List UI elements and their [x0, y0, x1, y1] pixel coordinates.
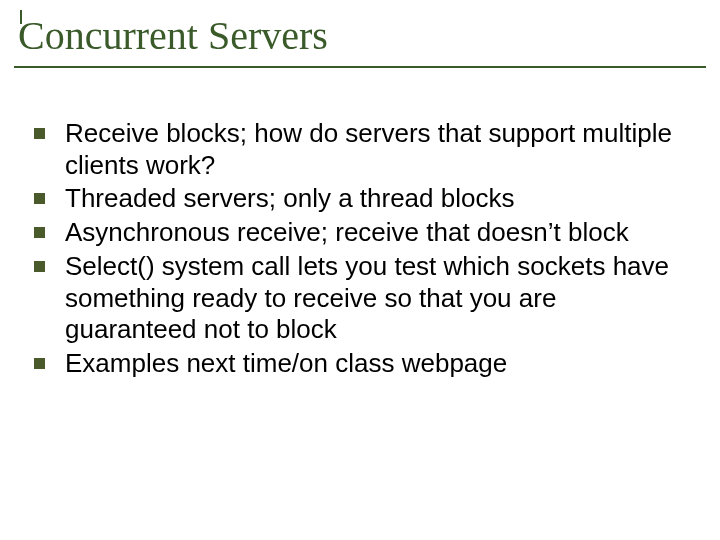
square-bullet-icon — [34, 128, 45, 139]
list-item-text: Receive blocks; how do servers that supp… — [65, 118, 690, 181]
list-item: Threaded servers; only a thread blocks — [34, 183, 690, 215]
square-bullet-icon — [34, 358, 45, 369]
list-item: Asynchronous receive; receive that doesn… — [34, 217, 690, 249]
list-item-text: Threaded servers; only a thread blocks — [65, 183, 690, 215]
list-item-text: Examples next time/on class webpage — [65, 348, 690, 380]
title-underline — [14, 66, 706, 68]
square-bullet-icon — [34, 193, 45, 204]
list-item: Receive blocks; how do servers that supp… — [34, 118, 690, 181]
slide: Concurrent Servers Receive blocks; how d… — [0, 0, 720, 540]
title-area: Concurrent Servers — [14, 10, 706, 68]
square-bullet-icon — [34, 227, 45, 238]
title-tick — [20, 10, 22, 24]
list-item: Examples next time/on class webpage — [34, 348, 690, 380]
slide-title: Concurrent Servers — [14, 10, 706, 66]
list-item: Select() system call lets you test which… — [34, 251, 690, 346]
bullet-list: Receive blocks; how do servers that supp… — [34, 118, 690, 382]
square-bullet-icon — [34, 261, 45, 272]
list-item-text: Select() system call lets you test which… — [65, 251, 690, 346]
list-item-text: Asynchronous receive; receive that doesn… — [65, 217, 690, 249]
